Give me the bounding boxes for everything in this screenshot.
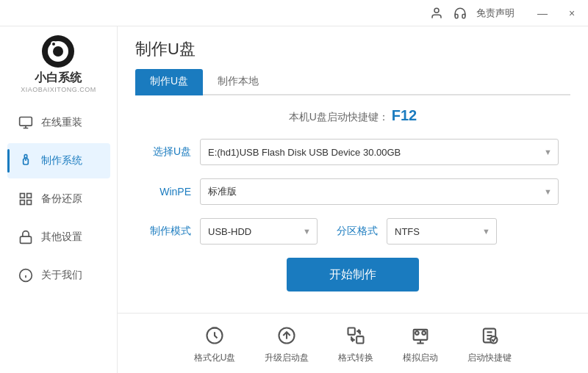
svg-rect-10 — [26, 194, 31, 198]
make-mode-label: 制作模式 — [147, 225, 191, 238]
winpe-input[interactable]: 标准版 — [200, 178, 559, 205]
tool-format-convert-label: 格式转换 — [338, 352, 373, 364]
svg-rect-12 — [26, 200, 31, 205]
winpe-row: WinPE 标准版 — [147, 178, 559, 205]
select-usb-row: 选择U盘 E:(hd1)USB Flash Disk USB Device 30… — [147, 139, 559, 165]
shortcut-prefix: 本机U盘启动快捷键： — [289, 111, 389, 123]
format-usb-icon — [203, 324, 226, 347]
form-area: 本机U盘启动快捷键： F12 选择U盘 E:(hd1)USB Flash Dis… — [118, 95, 588, 313]
sidebar: 小白系统 XIAOBAIXITONG.COM 在线重装 制作系统 — [0, 26, 118, 373]
winpe-wrapper: 标准版 — [200, 178, 559, 205]
nav-label-online-reinstall: 在线重装 — [41, 116, 82, 129]
free-declaration-link[interactable]: 免责声明 — [476, 7, 514, 20]
monitor-icon — [18, 115, 34, 131]
main-container: 小白系统 XIAOBAIXITONG.COM 在线重装 制作系统 — [0, 26, 588, 373]
sidebar-item-about-us[interactable]: 关于我们 — [7, 258, 110, 293]
svg-rect-13 — [20, 236, 31, 243]
logo-text-cn: 小白系统 — [35, 70, 82, 86]
logo-area: 小白系统 XIAOBAIXITONG.COM — [21, 34, 96, 93]
simulate-boot-icon — [409, 324, 432, 347]
grid-icon — [18, 191, 34, 207]
select-usb-wrapper: E:(hd1)USB Flash Disk USB Device 30.00GB — [200, 139, 559, 165]
svg-rect-21 — [348, 328, 355, 335]
tab-make-local[interactable]: 制作本地 — [203, 69, 273, 95]
tool-boot-shortcut-label: 启动快捷键 — [467, 352, 512, 364]
svg-rect-9 — [20, 194, 24, 198]
partition-label: 分区格式 — [337, 225, 378, 238]
tabs: 制作U盘 制作本地 — [135, 69, 570, 95]
svg-point-0 — [434, 8, 439, 12]
svg-rect-22 — [356, 336, 363, 343]
close-button[interactable]: × — [562, 3, 582, 23]
upgrade-boot-icon — [275, 324, 298, 347]
sidebar-item-other-settings[interactable]: 其他设置 — [7, 220, 110, 255]
titlebar: 免责声明 — × — [0, 0, 588, 26]
nav-label-backup-restore: 备份还原 — [41, 192, 82, 206]
svg-point-27 — [423, 331, 426, 335]
svg-point-5 — [52, 43, 55, 46]
content-area: 制作U盘 制作U盘 制作本地 本机U盘启动快捷键： F12 选择U盘 E:(hd… — [118, 26, 588, 373]
svg-rect-11 — [20, 200, 24, 205]
format-convert-icon — [344, 324, 368, 347]
sidebar-item-make-system[interactable]: 制作系统 — [7, 143, 110, 178]
tool-format-usb[interactable]: 格式化U盘 — [194, 324, 236, 364]
user-icon[interactable] — [429, 6, 444, 21]
partition-wrapper: NTFS — [387, 218, 497, 245]
svg-point-26 — [415, 331, 419, 335]
winpe-label: WinPE — [147, 186, 191, 198]
headphone-icon[interactable] — [453, 6, 467, 21]
tool-boot-shortcut[interactable]: 启动快捷键 — [467, 324, 512, 364]
sidebar-item-backup-restore[interactable]: 备份还原 — [7, 181, 110, 217]
content-header: 制作U盘 制作U盘 制作本地 — [118, 26, 588, 95]
make-mode-input[interactable]: USB-HDD — [200, 218, 318, 245]
tool-upgrade-boot[interactable]: 升级启动盘 — [265, 324, 309, 364]
bottom-toolbar: 格式化U盘 升级启动盘 — [118, 313, 588, 373]
minimize-button[interactable]: — — [532, 3, 553, 23]
tool-simulate-boot[interactable]: 模拟启动 — [403, 324, 438, 364]
page-title: 制作U盘 — [135, 38, 570, 60]
start-button[interactable]: 开始制作 — [287, 258, 419, 291]
info-icon — [18, 267, 34, 283]
usb-icon — [18, 153, 34, 169]
mode-partition-row: 制作模式 USB-HDD 分区格式 NTFS — [147, 218, 559, 245]
tool-format-usb-label: 格式化U盘 — [194, 352, 236, 364]
shortcut-hint: 本机U盘启动快捷键： F12 — [147, 107, 559, 124]
tool-upgrade-boot-label: 升级启动盘 — [265, 352, 309, 364]
nav-label-other-settings: 其他设置 — [41, 231, 82, 244]
nav-label-about-us: 关于我们 — [41, 269, 82, 282]
tab-make-usb[interactable]: 制作U盘 — [135, 69, 203, 95]
tool-format-convert[interactable]: 格式转换 — [338, 324, 373, 364]
logo-icon — [40, 34, 76, 69]
titlebar-icons: 免责声明 — × — [429, 3, 582, 23]
tool-simulate-boot-label: 模拟启动 — [403, 352, 438, 364]
shortcut-key: F12 — [392, 107, 417, 123]
select-usb-label: 选择U盘 — [147, 145, 191, 159]
lock-icon — [18, 229, 34, 245]
select-usb-input[interactable]: E:(hd1)USB Flash Disk USB Device 30.00GB — [200, 139, 559, 165]
logo-text-en: XIAOBAIXITONG.COM — [21, 86, 96, 93]
svg-point-3 — [53, 46, 63, 57]
nav-label-make-system: 制作系统 — [41, 154, 82, 167]
boot-shortcut-icon — [478, 324, 501, 347]
svg-rect-6 — [19, 117, 32, 126]
partition-input[interactable]: NTFS — [387, 218, 497, 245]
make-mode-wrapper: USB-HDD — [200, 218, 318, 245]
sidebar-item-online-reinstall[interactable]: 在线重装 — [7, 105, 110, 140]
